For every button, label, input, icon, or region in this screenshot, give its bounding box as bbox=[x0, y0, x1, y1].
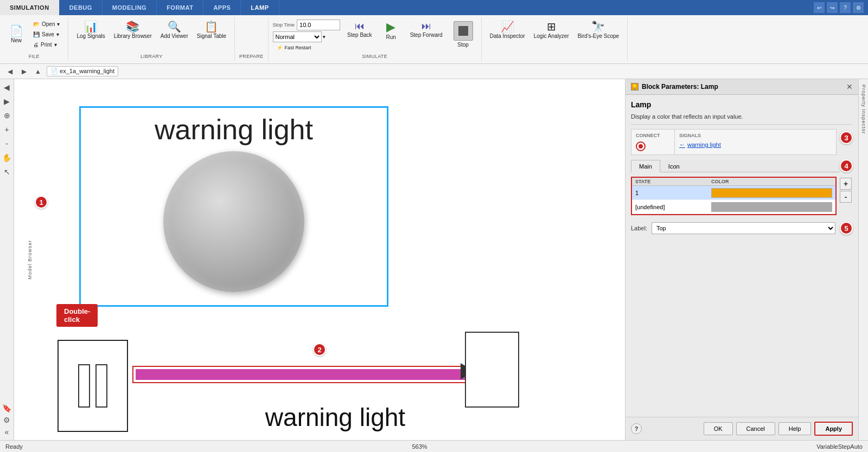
sidebar-zoom-in[interactable]: + bbox=[1, 124, 13, 135]
review-btns-row: 📈 Data Inspector ⊞ Logic Analyzer 🔭 Bird… bbox=[486, 20, 623, 41]
connect-radio-btn[interactable] bbox=[636, 141, 646, 151]
sidebar-zoom-out[interactable]: - bbox=[1, 138, 13, 150]
sidebar-pan[interactable]: ✋ bbox=[1, 152, 13, 164]
new-icon: 📄 bbox=[10, 25, 23, 36]
signal-table-label: Signal Table bbox=[197, 33, 226, 40]
breadcrumb-text: ex_1a_warning_light bbox=[60, 68, 114, 74]
nav-up-btn[interactable]: ▲ bbox=[33, 66, 43, 77]
model-browser-tab-label[interactable]: Model Browser bbox=[27, 240, 33, 279]
switch-block bbox=[58, 340, 128, 432]
step-forward-btn[interactable]: ⏭ Step Forward bbox=[406, 20, 446, 40]
mode-dropdown-icon[interactable]: ▾ bbox=[323, 34, 326, 40]
panel-header-title-area: 💡 Block Parameters: Lamp bbox=[631, 83, 718, 91]
open-label: Open bbox=[42, 21, 55, 27]
sidebar-collapse[interactable]: « bbox=[1, 426, 13, 438]
ok-btn[interactable]: OK bbox=[704, 422, 733, 435]
remove-state-btn[interactable]: - bbox=[840, 191, 852, 203]
tab-format[interactable]: FORMAT bbox=[157, 0, 203, 15]
save-btn[interactable]: 💾 Save ▾ bbox=[29, 30, 63, 39]
sidebar-settings[interactable]: ⚙ bbox=[1, 414, 13, 426]
data-inspector-btn[interactable]: 📈 Data Inspector bbox=[486, 20, 529, 41]
step-back-btn[interactable]: ⏮ Step Back bbox=[343, 20, 376, 40]
sidebar-nav-fwd[interactable]: ▶ bbox=[1, 95, 13, 107]
mode-select[interactable]: Normal bbox=[273, 31, 322, 42]
label-area: Label: Top 5 bbox=[631, 222, 853, 235]
library-browser-btn[interactable]: 📚 Library Browser bbox=[110, 20, 156, 41]
lamp-block[interactable]: warning light bbox=[79, 106, 388, 307]
apply-btn[interactable]: Apply bbox=[814, 422, 853, 436]
simulate-group-label: SIMULATE bbox=[362, 53, 387, 59]
logic-analyzer-btn[interactable]: ⊞ Logic Analyzer bbox=[530, 20, 573, 41]
add-state-btn[interactable]: + bbox=[840, 178, 852, 190]
property-inspector-label[interactable]: Property Inspector bbox=[860, 79, 867, 140]
state-color-undefined[interactable] bbox=[711, 202, 832, 212]
tab-main[interactable]: Main bbox=[631, 160, 660, 172]
stop-time-input[interactable] bbox=[297, 20, 340, 30]
mode-row: Normal ▾ bbox=[273, 31, 341, 42]
connect-label: CONNECT bbox=[636, 133, 670, 138]
fast-restart-btn[interactable]: ⚡ Fast Restart bbox=[273, 43, 341, 52]
badge-5: 5 bbox=[840, 222, 853, 235]
ribbon: 📄 New 📂 Open ▾ 💾 Save ▾ 🖨 Print ▾ bbox=[0, 15, 868, 64]
label-select[interactable]: Top bbox=[652, 222, 835, 234]
tab-icon[interactable]: Icon bbox=[660, 160, 688, 172]
ribbon-library-group: 📊 Log Signals 📚 Library Browser 🔍 Add Vi… bbox=[68, 17, 235, 61]
panel-title-text: Block Parameters: Lamp bbox=[642, 83, 718, 91]
signal-table-btn[interactable]: 📋 Signal Table bbox=[193, 20, 230, 41]
sidebar-bookmark[interactable]: 🔖 bbox=[1, 402, 13, 414]
redo-btn[interactable]: ↪ bbox=[827, 2, 838, 13]
open-dropdown[interactable]: ▾ bbox=[57, 21, 60, 27]
new-label: New bbox=[11, 37, 22, 44]
tab-lamp[interactable]: LAMP bbox=[241, 0, 279, 15]
panel-close-btn[interactable]: ✕ bbox=[846, 82, 853, 91]
logic-analyzer-icon: ⊞ bbox=[547, 21, 556, 32]
state-col-header: STATE bbox=[635, 179, 711, 184]
sidebar-nav-back[interactable]: ◀ bbox=[1, 81, 13, 93]
add-viewer-btn[interactable]: 🔍 Add Viewer bbox=[157, 20, 192, 41]
signals-label: SIGNALS bbox=[679, 133, 832, 138]
undo-btn[interactable]: ↩ bbox=[814, 2, 825, 13]
state-row-undefined[interactable]: [undefined] bbox=[632, 200, 835, 214]
help-circle-btn[interactable]: ? bbox=[631, 423, 642, 434]
new-btn[interactable]: 📄 New bbox=[4, 24, 28, 46]
tab-debug[interactable]: DEBUG bbox=[60, 0, 103, 15]
badge-4: 4 bbox=[840, 159, 853, 172]
birds-eye-scope-icon: 🔭 bbox=[591, 21, 605, 32]
double-click-badge[interactable]: Double-click bbox=[56, 304, 98, 327]
nav-forward-btn[interactable]: ▶ bbox=[18, 66, 29, 77]
ribbon-prepare-group: PREPARE bbox=[235, 17, 268, 61]
print-btn[interactable]: 🖨 Print ▾ bbox=[29, 40, 63, 49]
color-col-header: COLOR bbox=[711, 179, 832, 184]
sidebar-zoom-fit[interactable]: ⊕ bbox=[1, 109, 13, 121]
stop-btn[interactable]: Stop bbox=[450, 20, 477, 50]
badge-1: 1 bbox=[35, 196, 48, 209]
add-viewer-icon: 🔍 bbox=[168, 21, 181, 32]
nav-back-btn[interactable]: ◀ bbox=[4, 66, 15, 77]
tab-simulation[interactable]: SIMULATION bbox=[0, 0, 60, 15]
state-val-undefined: [undefined] bbox=[635, 204, 711, 210]
signal-link[interactable]: ← warning light bbox=[679, 141, 832, 148]
state-color-1[interactable] bbox=[711, 188, 832, 198]
run-btn[interactable]: ▶ Run bbox=[379, 20, 403, 42]
address-bar: ◀ ▶ ▲ 📄 ex_1a_warning_light bbox=[0, 64, 868, 79]
panel-footer: ? OK Cancel Help Apply bbox=[626, 417, 858, 440]
signal-line bbox=[136, 369, 467, 380]
cancel-btn[interactable]: Cancel bbox=[736, 422, 775, 435]
save-dropdown[interactable]: ▾ bbox=[56, 31, 59, 37]
birds-eye-scope-btn[interactable]: 🔭 Bird's-Eye Scope bbox=[574, 20, 623, 41]
help-btn[interactable]: Help bbox=[778, 422, 812, 435]
step-back-icon: ⏮ bbox=[355, 21, 365, 31]
tab-apps[interactable]: APPS bbox=[203, 0, 241, 15]
ribbon-new-open-row: 📄 New 📂 Open ▾ 💾 Save ▾ 🖨 Print ▾ bbox=[4, 20, 63, 49]
open-save-print: 📂 Open ▾ 💾 Save ▾ 🖨 Print ▾ bbox=[29, 20, 63, 49]
help-menu-btn[interactable]: ? bbox=[840, 2, 851, 13]
state-row-1[interactable]: 1 bbox=[632, 186, 835, 200]
stop-time-group: Stop Time Normal ▾ ⚡ Fast Restart bbox=[273, 20, 341, 52]
print-dropdown[interactable]: ▾ bbox=[54, 42, 57, 48]
tab-modeling[interactable]: MODELING bbox=[103, 0, 157, 15]
panel-body: Lamp Display a color that reflects an in… bbox=[626, 95, 858, 417]
sidebar-select[interactable]: ↖ bbox=[1, 166, 13, 178]
open-btn[interactable]: 📂 Open ▾ bbox=[29, 20, 63, 29]
settings-btn[interactable]: ⚙ bbox=[853, 2, 864, 13]
log-signals-btn[interactable]: 📊 Log Signals bbox=[73, 20, 108, 41]
